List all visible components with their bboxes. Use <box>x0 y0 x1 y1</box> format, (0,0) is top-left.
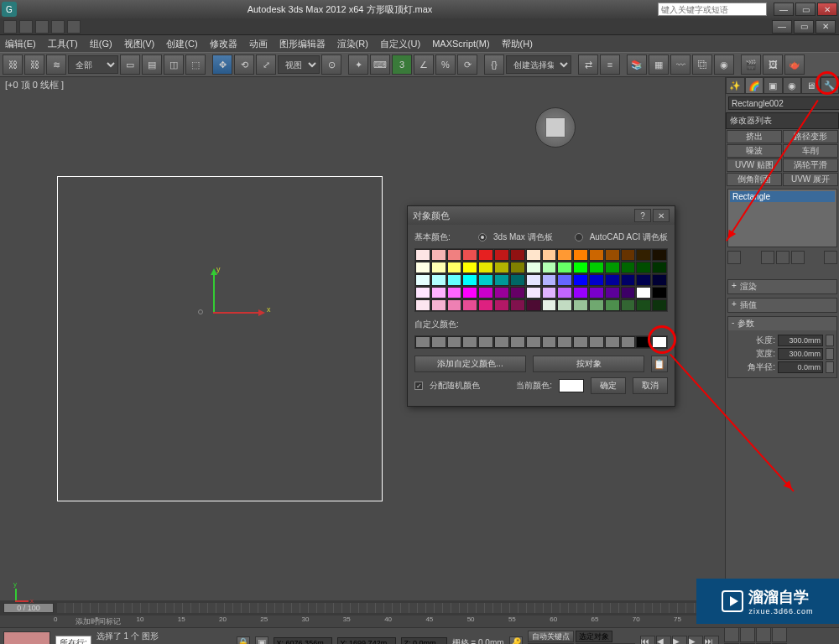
menu-tools[interactable]: 工具(T) <box>48 38 78 50</box>
palette-swatch[interactable] <box>431 299 446 311</box>
palette-swatch[interactable] <box>526 274 541 286</box>
palette-swatch[interactable] <box>478 287 493 299</box>
edit-named-sel-icon[interactable]: {} <box>484 55 504 75</box>
mod-extrude[interactable]: 挤出 <box>727 130 782 143</box>
key-mode-icon[interactable]: 🔑 <box>509 636 523 645</box>
zoom-extents-all-icon[interactable] <box>772 627 787 642</box>
goto-end-icon[interactable]: ⏭ <box>704 636 719 645</box>
palette-swatch[interactable] <box>494 249 509 261</box>
app-icon[interactable]: G <box>2 2 17 17</box>
radio-aci-palette[interactable] <box>575 233 583 242</box>
mirror-icon[interactable]: ⇄ <box>578 55 598 75</box>
palette-swatch[interactable] <box>415 249 430 261</box>
palette-swatch[interactable] <box>494 274 509 286</box>
align-icon[interactable]: ≡ <box>600 55 620 75</box>
qat-redo-icon[interactable] <box>67 20 81 34</box>
link-icon[interactable]: ⛓ <box>3 55 23 75</box>
palette-swatch[interactable] <box>589 299 604 311</box>
palette-swatch[interactable] <box>447 287 462 299</box>
script-mini-listener[interactable] <box>3 631 50 645</box>
hierarchy-tab-icon[interactable]: ▣ <box>763 77 783 94</box>
zoom-all-icon[interactable] <box>740 627 755 642</box>
palette-swatch[interactable] <box>621 299 636 311</box>
dialog-help-button[interactable]: ? <box>634 209 651 222</box>
z-coord-input[interactable] <box>401 637 447 645</box>
next-frame-icon[interactable]: ▶ <box>688 636 703 645</box>
palette-swatch[interactable] <box>636 274 651 286</box>
palette-swatch[interactable] <box>415 274 430 286</box>
remove-modifier-icon[interactable] <box>791 251 805 264</box>
palette-swatch[interactable] <box>605 262 620 273</box>
selection-filter-dropdown[interactable]: 全部 <box>68 55 118 74</box>
corner-input[interactable] <box>778 361 823 373</box>
palette-swatch[interactable] <box>447 274 462 286</box>
pin-stack-icon[interactable] <box>727 251 741 264</box>
palette-swatch[interactable] <box>447 262 462 273</box>
palette-swatch[interactable] <box>636 249 651 261</box>
palette-swatch[interactable] <box>557 287 572 299</box>
palette-swatch[interactable] <box>447 249 462 261</box>
display-tab-icon[interactable]: 🖥 <box>801 77 821 94</box>
percent-snap-icon[interactable]: % <box>435 55 456 75</box>
palette-swatch[interactable] <box>510 287 525 299</box>
palette-swatch[interactable] <box>494 262 509 273</box>
qat-undo-icon[interactable] <box>51 20 65 34</box>
custom-swatch[interactable] <box>589 336 604 348</box>
menu-maxscript[interactable]: MAXScript(M) <box>432 39 489 49</box>
palette-swatch[interactable] <box>478 274 493 286</box>
angle-snap-icon[interactable]: ∠ <box>414 55 434 75</box>
palette-swatch[interactable] <box>636 262 651 273</box>
object-name-input[interactable] <box>728 96 839 110</box>
corner-spinner[interactable] <box>826 361 834 373</box>
palette-swatch[interactable] <box>447 299 462 311</box>
palette-swatch[interactable] <box>462 287 477 299</box>
ref-coord-dropdown[interactable]: 视图 <box>278 55 320 74</box>
keyboard-shortcut-icon[interactable]: ⌨ <box>370 55 390 75</box>
palette-swatch[interactable] <box>462 249 477 261</box>
modify-tab-icon[interactable]: 🌈 <box>745 77 764 94</box>
schematic-view-icon[interactable]: ⿻ <box>692 55 712 75</box>
palette-swatch[interactable] <box>542 262 557 273</box>
palette-swatch[interactable] <box>589 274 604 286</box>
palette-swatch[interactable] <box>478 299 493 311</box>
menu-graph-editors[interactable]: 图形编辑器 <box>279 38 326 50</box>
cancel-button[interactable]: 取消 <box>633 377 668 394</box>
doc-minimize-button[interactable]: — <box>772 20 792 34</box>
length-input[interactable] <box>778 335 823 346</box>
select-scale-icon[interactable]: ⤢ <box>256 55 276 75</box>
play-icon[interactable]: ▶ <box>672 636 687 645</box>
modifier-stack[interactable]: Rectangle <box>727 189 837 247</box>
utilities-tab-icon[interactable]: 🔧 <box>821 77 840 94</box>
custom-swatch[interactable] <box>526 336 541 348</box>
palette-swatch[interactable] <box>621 274 636 286</box>
menu-edit[interactable]: 编辑(E) <box>5 38 36 50</box>
close-button[interactable]: ✕ <box>817 3 837 16</box>
palette-swatch[interactable] <box>431 249 446 261</box>
render-production-icon[interactable]: 🫖 <box>784 55 805 75</box>
palette-swatch[interactable] <box>478 262 493 273</box>
add-custom-color-button[interactable]: 添加自定义颜色... <box>414 356 526 372</box>
color-clipboard-icon[interactable]: 📋 <box>651 356 668 372</box>
palette-swatch[interactable] <box>605 274 620 286</box>
dialog-titlebar[interactable]: 对象颜色 ? ✕ <box>408 206 675 225</box>
maximize-button[interactable]: ▭ <box>795 3 816 16</box>
palette-swatch[interactable] <box>510 299 525 311</box>
x-axis-icon[interactable] <box>213 312 263 314</box>
palette-swatch[interactable] <box>431 287 446 299</box>
palette-swatch[interactable] <box>652 262 667 273</box>
mod-uvwmap[interactable]: UVW 贴图 <box>727 158 782 172</box>
doc-restore-button[interactable]: ▭ <box>794 20 814 34</box>
palette-swatch[interactable] <box>542 287 557 299</box>
palette-swatch[interactable] <box>557 274 572 286</box>
menu-animation[interactable]: 动画 <box>249 38 268 50</box>
qat-save-icon[interactable] <box>35 20 49 34</box>
palette-swatch[interactable] <box>431 274 446 286</box>
palette-swatch[interactable] <box>510 262 525 273</box>
palette-swatch[interactable] <box>573 274 588 286</box>
palette-swatch[interactable] <box>589 249 604 261</box>
select-object-icon[interactable]: ▭ <box>120 55 140 75</box>
add-time-tag[interactable]: 添加时间标记 <box>76 616 121 627</box>
menu-modifiers[interactable]: 修改器 <box>210 38 237 50</box>
zoom-extents-icon[interactable] <box>756 627 771 642</box>
palette-swatch[interactable] <box>415 287 430 299</box>
